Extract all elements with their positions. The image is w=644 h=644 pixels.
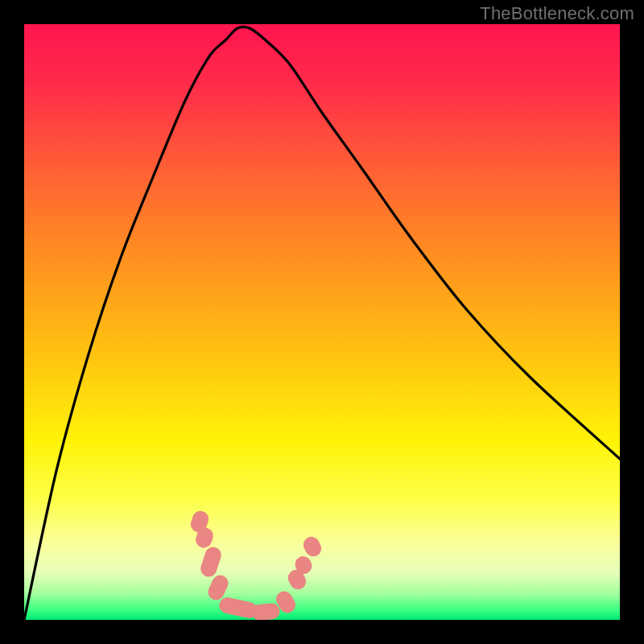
data-markers [24, 24, 620, 620]
chart-frame: TheBottleneck.com [0, 0, 644, 644]
marker-2 [199, 545, 224, 579]
plot-area [24, 24, 620, 620]
marker-5 [251, 603, 281, 620]
watermark-text: TheBottleneck.com [480, 3, 634, 24]
